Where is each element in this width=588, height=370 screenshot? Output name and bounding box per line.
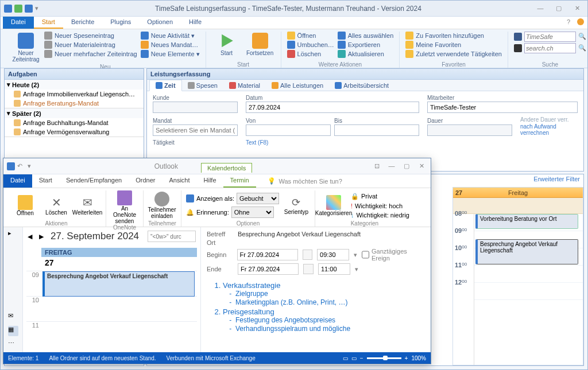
privat-button[interactable]: 🔒Privat — [351, 193, 409, 200]
task-item[interactable]: Anfrage Vermögensverwaltung — [5, 127, 144, 137]
teilnehmer-button[interactable]: Teilnehmer einladen — [148, 192, 176, 219]
loeschen-button[interactable]: ✕Löschen — [42, 196, 70, 216]
neuer-speseneintrag-button[interactable]: Neuer Speseneintrag — [44, 32, 137, 40]
help-icon[interactable]: ? — [563, 17, 574, 29]
ribbon-collapse-icon[interactable]: ⊡ — [371, 162, 382, 170]
mail-icon[interactable]: ✉ — [8, 312, 18, 322]
fortsetzen-button[interactable]: Fortsetzen — [245, 32, 275, 60]
tab-zeit[interactable]: Zeit — [149, 80, 182, 91]
menu-optionen[interactable]: Optionen — [139, 17, 181, 29]
qa-dropdown-icon[interactable]: ▾ — [35, 5, 43, 13]
tasks-group-spaeter[interactable]: ▾Später (2) — [5, 108, 144, 118]
save-icon[interactable] — [7, 162, 15, 170]
calendar-icon[interactable]: ▦ — [8, 326, 18, 336]
date-picker-icon[interactable] — [303, 250, 312, 260]
calendar-search-input[interactable] — [148, 231, 196, 242]
menu-berichte[interactable]: Berichte — [63, 17, 102, 29]
menu-start[interactable]: Start — [34, 17, 63, 29]
erinnerung-select[interactable]: Ohne — [231, 207, 274, 218]
maximize-button[interactable]: ▢ — [401, 162, 412, 170]
umbuchen-button[interactable]: Umbuchen… — [287, 41, 334, 49]
neues-mandat-button[interactable]: Neues Mandat… — [141, 41, 200, 49]
datum-input[interactable] — [246, 102, 419, 113]
more-icon[interactable]: ⋯ — [8, 340, 18, 350]
bis-input[interactable] — [334, 124, 419, 136]
tab-spesen[interactable]: Spesen — [182, 80, 223, 91]
von-input[interactable] — [246, 124, 331, 136]
zoom-control[interactable]: ▭▭ −+ 100% — [343, 355, 426, 361]
neue-elemente-button[interactable]: Neue Elemente ▾ — [141, 50, 200, 58]
onenote-button[interactable]: An OneNote senden — [111, 190, 138, 224]
loeschen-button[interactable]: Löschen — [287, 50, 334, 58]
menu-datei[interactable]: Datei — [3, 174, 32, 188]
ende-date-input[interactable] — [238, 263, 299, 275]
beginn-time-input[interactable] — [317, 249, 349, 260]
zu-favoriten-button[interactable]: Zu Favoriten hinzufügen — [405, 32, 502, 40]
task-item[interactable]: Anfrage Immobilienverkauf Liegensch… — [5, 89, 144, 99]
weiterleiten-button[interactable]: ✉Weiterleiten — [74, 196, 101, 216]
calendar-event[interactable]: Besprechung Angebot Verkauf Liegenschaft — [42, 271, 195, 297]
searchch-input[interactable] — [524, 43, 576, 53]
ganztag-checkbox[interactable]: Ganztägiges Ereign — [362, 248, 425, 262]
minimize-button[interactable]: — — [533, 5, 547, 12]
neuer-mehrfacher-zeiteintrag-button[interactable]: Neuer mehrfacher Zeiteintrag — [44, 50, 137, 58]
calendar-event[interactable]: Vorbereitung Beratung vor Ort — [475, 214, 578, 229]
task-item-selected[interactable]: Anfrage Beratungs-Mandat — [5, 99, 144, 108]
tab-material[interactable]: Material — [223, 80, 266, 91]
oeffnen-button[interactable]: Öffnen — [287, 32, 334, 40]
qa-dropdown-icon[interactable]: ▾ — [28, 162, 36, 170]
menu-termin[interactable]: Termin — [223, 174, 256, 188]
mitarbeiter-input[interactable] — [427, 102, 578, 113]
tasks-group-heute[interactable]: ▾Heute (2) — [5, 80, 144, 89]
text-link[interactable]: Text (F8) — [246, 139, 578, 146]
task-item[interactable]: Anfrage Buchhaltungs-Mandat — [5, 118, 144, 127]
undo-icon[interactable]: ↶ — [17, 162, 25, 170]
anzeigen-select[interactable]: Gebucht — [237, 193, 279, 204]
serientyp-button[interactable]: ⟳Serientyp — [283, 196, 310, 215]
start-button[interactable]: Start — [212, 32, 242, 60]
searchch-go-icon[interactable]: 🔍 — [578, 44, 586, 52]
search-go-icon[interactable]: 🔍 — [578, 33, 586, 41]
tab-arbeitsuebersicht[interactable]: Arbeitsübersicht — [329, 80, 394, 91]
oeffnen-button[interactable]: Öffnen — [11, 195, 39, 216]
exportieren-button[interactable]: Exportieren — [338, 41, 394, 49]
menu-hilfe[interactable]: Hilfe — [197, 174, 223, 188]
ende-time-input[interactable] — [318, 263, 350, 275]
save-icon[interactable] — [25, 5, 33, 13]
date-picker-icon[interactable] — [303, 264, 314, 274]
wichtigkeit-hoch-button[interactable]: !Wichtigkeit: hoch — [351, 202, 409, 209]
neuer-zeiteintrag-button[interactable]: Neuer Zeiteintrag — [11, 32, 41, 63]
alles-auswaehlen-button[interactable]: Alles auswählen — [338, 32, 394, 40]
neue-aktivitaet-button[interactable]: Neue Aktivität ▾ — [141, 32, 200, 40]
kalendertools-tab[interactable]: Kalendertools — [201, 163, 252, 173]
menu-datei[interactable]: Datei — [3, 17, 34, 29]
wichtigkeit-niedrig-button[interactable]: ↓Wichtigkeit: niedrig — [351, 212, 409, 219]
nach-aufwand-link[interactable]: nach Aufwand verrechnen — [520, 123, 578, 136]
timesafe-search-input[interactable] — [524, 32, 576, 42]
maximize-button[interactable]: ▢ — [552, 5, 566, 12]
rail-collapse-icon[interactable]: ▸ — [8, 229, 18, 240]
close-button[interactable]: ✕ — [570, 5, 584, 12]
neuer-materialeintrag-button[interactable]: Neuer Materialeintrag — [44, 41, 137, 49]
beginn-date-input[interactable] — [237, 249, 298, 260]
erweiterter-filter-link[interactable]: Erweiterter Filter — [533, 176, 580, 182]
menu-plugins[interactable]: Plugins — [102, 17, 139, 29]
tab-alle[interactable]: Alle Leistungen — [266, 80, 329, 91]
kategorisieren-button[interactable]: Kategorisieren — [320, 195, 347, 216]
next-day-button[interactable]: ▶ — [39, 233, 44, 240]
excel-icon[interactable] — [14, 5, 22, 13]
menu-senden[interactable]: Senden/Empfangen — [59, 174, 129, 188]
minimize-button[interactable]: — — [386, 162, 397, 170]
prev-day-button[interactable]: ◀ — [28, 233, 32, 240]
zuletzt-verwendet-button[interactable]: Zuletzt verwendete Tätigkeiten — [405, 50, 502, 58]
menu-ansicht[interactable]: Ansicht — [162, 174, 196, 188]
close-button[interactable]: ✕ — [416, 162, 427, 170]
meine-favoriten-button[interactable]: Meine Favoriten — [405, 41, 502, 49]
menu-hilfe[interactable]: Hilfe — [181, 17, 210, 29]
mandat-input[interactable] — [153, 124, 238, 136]
aktualisieren-button[interactable]: Aktualisieren — [338, 50, 394, 58]
menu-start[interactable]: Start — [32, 174, 59, 188]
menu-ordner[interactable]: Ordner — [129, 174, 162, 188]
tell-me[interactable]: 💡Was möchten Sie tun? — [256, 174, 342, 188]
kunde-input[interactable] — [153, 102, 238, 113]
